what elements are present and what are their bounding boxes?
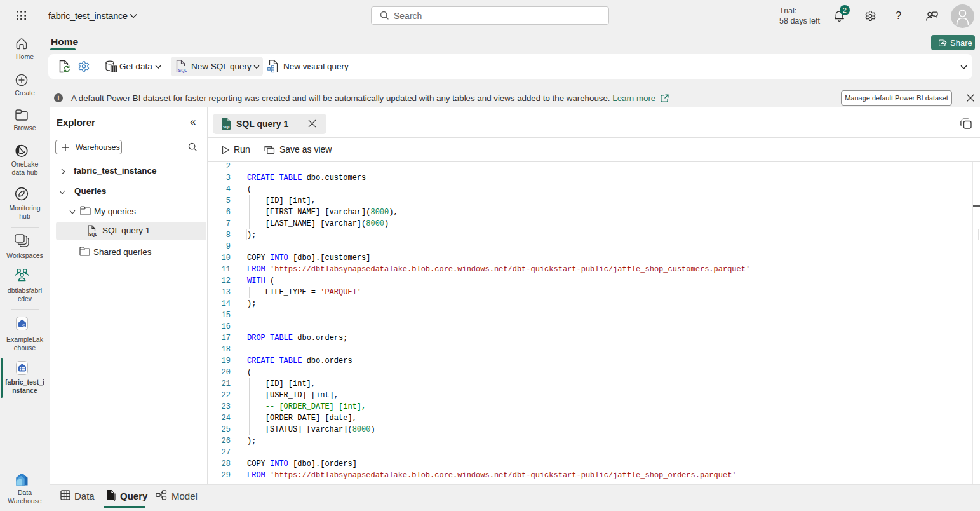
svg-text:SQL: SQL — [89, 232, 97, 237]
svg-text:SQL: SQL — [223, 125, 231, 129]
svg-text:SQL: SQL — [178, 68, 188, 73]
